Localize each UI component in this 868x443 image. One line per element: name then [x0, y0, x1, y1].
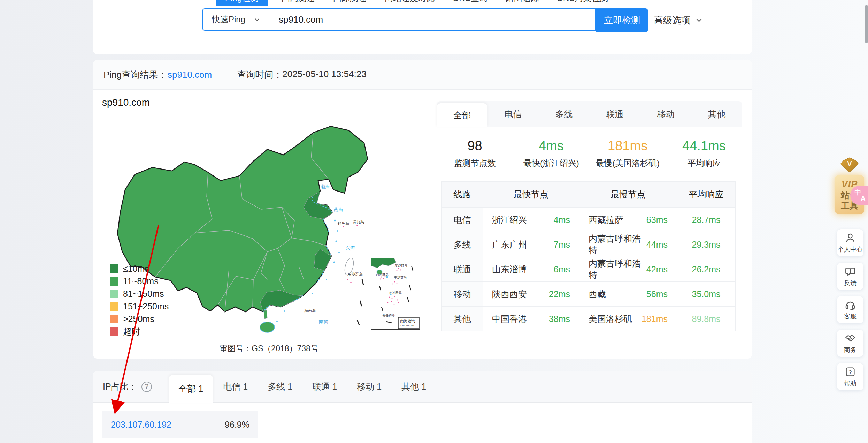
headset-icon — [845, 299, 856, 310]
ip-tab-unicom[interactable]: 联通 1 — [302, 371, 347, 402]
ip-result-row: 203.107.60.192 96.9% — [102, 411, 258, 438]
svg-text:黄海: 黄海 — [333, 207, 343, 212]
query-time-value: 2025-05-10 13:54:23 — [282, 69, 366, 81]
tab-international-speed[interactable]: 国际测速 — [333, 0, 367, 4]
legend-item: >250ms — [110, 315, 169, 323]
chevron-down-icon — [253, 15, 261, 24]
map-license-number: 审图号：GS（2018）738号 — [177, 343, 361, 354]
tab-dns-query[interactable]: DNS查询 — [453, 0, 487, 4]
sea-boundary-dashes — [357, 279, 363, 325]
legend-swatch — [110, 327, 118, 336]
sidebar-item-feedback[interactable]: 反馈 — [837, 263, 863, 290]
svg-text:南海: 南海 — [319, 319, 329, 325]
tab-ping-check[interactable]: Ping检测 — [216, 0, 268, 6]
chevron-down-icon — [694, 16, 704, 25]
ip-share-card: IP占比： ? 全部 1 电信 1 多线 1 联通 1 移动 1 其他 1 20… — [93, 371, 752, 443]
leizhou-peninsula — [264, 310, 267, 319]
legend-swatch — [110, 277, 118, 286]
sidebar-item-help[interactable]: ? 帮助 — [837, 363, 863, 390]
advanced-options-label: 高级选项 — [654, 14, 690, 27]
ip-tab-mobile[interactable]: 移动 1 — [347, 371, 392, 402]
result-header: Ping查询结果： sp910.com 查询时间： 2025-05-10 13:… — [93, 60, 752, 90]
search-box: 快速Ping — [202, 8, 596, 31]
tab-site-speed-compare[interactable]: 网站速度对比 — [385, 0, 435, 4]
legend-item: 151~250ms — [110, 302, 169, 311]
table-row: 联通 山东淄博6ms 内蒙古呼和浩特42ms 26.2ms — [442, 257, 736, 282]
legend-swatch — [110, 302, 118, 311]
summary-slowest: 181ms最慢(美国洛杉矶) — [590, 138, 666, 169]
svg-text:中沙群岛: 中沙群岛 — [394, 276, 407, 279]
legend-swatch — [110, 264, 118, 273]
table-row: 电信 浙江绍兴4ms 西藏拉萨63ms 28.7ms — [442, 208, 736, 232]
ip-tab-telecom[interactable]: 电信 1 — [213, 371, 258, 402]
south-china-sea-inset: 东沙群岛 西沙群岛 中沙群岛 南沙群岛 曾母暗沙 南海诸岛 1:44 300 0… — [371, 258, 420, 329]
table-row: 多线 广东广州7ms 内蒙古呼和浩特44ms 29.3ms — [442, 232, 736, 257]
line-stats-table: 线路 最快节点 最慢节点 平均响应 电信 浙江绍兴4ms 西藏拉萨63ms 28… — [441, 181, 736, 331]
table-header-row: 线路 最快节点 最慢节点 平均响应 — [442, 182, 736, 208]
domain-input[interactable] — [268, 9, 595, 30]
ip-link[interactable]: 203.107.60.192 — [111, 420, 171, 430]
help-icon[interactable]: ? — [141, 382, 152, 392]
map-domain-title: sp910.com — [102, 97, 150, 108]
ping-type-value: 快速Ping — [212, 14, 245, 25]
legend-item: ≤10ms — [110, 264, 169, 273]
stats-tab-mobile[interactable]: 移动 — [640, 101, 691, 127]
svg-text:东沙群岛: 东沙群岛 — [394, 264, 407, 267]
svg-text:东海: 东海 — [345, 245, 355, 251]
ping-result-card: Ping查询结果： sp910.com 查询时间： 2025-05-10 13:… — [93, 60, 752, 359]
legend-item: 81~150ms — [110, 290, 169, 298]
scrollbar-thumb[interactable] — [865, 5, 868, 43]
ip-share-body: 203.107.60.192 96.9% — [93, 403, 752, 438]
ip-tab-other[interactable]: 其他 1 — [392, 371, 436, 402]
svg-text:钓鱼岛: 钓鱼岛 — [337, 221, 349, 225]
ip-tab-all[interactable]: 全部 1 — [169, 375, 213, 403]
summary-node-count: 98监测节点数 — [437, 138, 513, 169]
latency-legend: ≤10ms 11~80ms 81~150ms 151~250ms >250ms … — [110, 264, 169, 336]
svg-text:南沙群岛: 南沙群岛 — [389, 291, 402, 294]
feedback-bubble-icon — [845, 266, 856, 277]
svg-text:V: V — [847, 160, 852, 167]
svg-text:1:44 300 000: 1:44 300 000 — [400, 324, 415, 327]
legend-swatch — [110, 290, 118, 298]
sidebar-item-user-center[interactable]: 个人中心 — [837, 229, 863, 256]
legend-item: 超时 — [110, 327, 169, 336]
stats-tab-unicom[interactable]: 联通 — [590, 101, 640, 127]
advanced-options-toggle[interactable]: 高级选项 — [654, 8, 704, 32]
summary-average: 44.1ms平均响应 — [666, 138, 742, 169]
stats-summary: 98监测节点数 4ms最快(浙江绍兴) 181ms最慢(美国洛杉矶) 44.1m… — [437, 130, 742, 177]
summary-fastest: 4ms最快(浙江绍兴) — [513, 138, 589, 169]
ip-tabs: 全部 1 电信 1 多线 1 联通 1 移动 1 其他 1 — [169, 371, 436, 402]
svg-text:南海诸岛: 南海诸岛 — [400, 319, 415, 323]
search-card: Ping检测 国内测速 国际测速 网站速度对比 DNS查询 路由追踪 DNS污染… — [93, 0, 752, 54]
table-row: 其他 中国香港38ms 美国洛杉矶181ms 89.8ms — [442, 307, 736, 331]
tab-domestic-speed[interactable]: 国内测速 — [282, 0, 315, 4]
ip-tab-multiline[interactable]: 多线 1 — [258, 371, 302, 402]
question-mark-icon: ? — [845, 366, 856, 377]
stats-tab-telecom[interactable]: 电信 — [487, 101, 538, 127]
stats-tab-other[interactable]: 其他 — [691, 101, 742, 127]
stats-panel: 全部 电信 多线 联通 移动 其他 98监测节点数 4ms最快(浙江绍兴) 18… — [437, 101, 742, 177]
person-icon — [845, 232, 856, 243]
svg-text:海南岛: 海南岛 — [304, 308, 316, 313]
table-row: 移动 陕西西安22ms 西藏56ms 35.0ms — [442, 282, 736, 307]
svg-text:西沙群岛: 西沙群岛 — [376, 273, 389, 276]
stats-tab-all[interactable]: 全部 — [437, 103, 487, 127]
query-time-label: 查询时间： — [237, 69, 282, 81]
hainan-island — [260, 322, 275, 332]
ping-type-select[interactable]: 快速Ping — [203, 9, 268, 30]
sidebar-item-business[interactable]: 商务 — [837, 330, 863, 357]
svg-text:曾母暗沙: 曾母暗沙 — [382, 314, 395, 317]
stats-tab-multiline[interactable]: 多线 — [538, 101, 589, 127]
stats-tabs: 全部 电信 多线 联通 移动 其他 — [437, 101, 742, 127]
tab-route-trace[interactable]: 路由追踪 — [506, 0, 539, 4]
top-nav-tabs: Ping检测 国内测速 国际测速 网站速度对比 DNS查询 路由追踪 DNS污染… — [216, 0, 608, 6]
result-domain-link[interactable]: sp910.com — [168, 69, 212, 80]
result-label: Ping查询结果： — [103, 69, 167, 81]
sidebar-item-customer-service[interactable]: 客服 — [837, 296, 863, 323]
tab-dns-pollution[interactable]: DNS污染检测 — [557, 0, 608, 4]
submit-button[interactable]: 立即检测 — [596, 8, 648, 32]
svg-text:赤尾屿: 赤尾屿 — [353, 220, 364, 224]
translate-badge-icon[interactable]: 中 A — [850, 186, 868, 205]
legend-item: 11~80ms — [110, 277, 169, 286]
vip-diamond-icon: V — [840, 157, 859, 173]
